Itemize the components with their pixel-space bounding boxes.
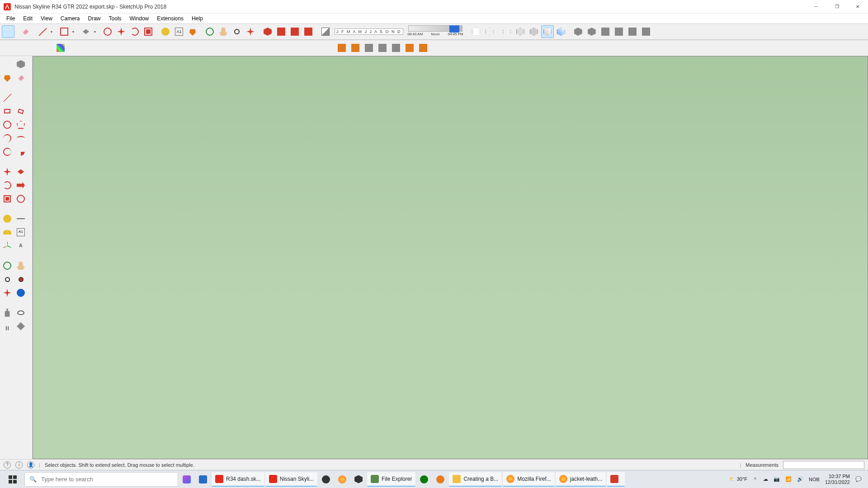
tray-chevron-icon[interactable]: ＾ (753, 476, 758, 483)
task-firefox1[interactable] (335, 472, 350, 487)
sandbox-6[interactable] (403, 42, 416, 54)
task-obs[interactable] (318, 472, 334, 487)
menu-draw[interactable]: Draw (85, 14, 104, 23)
task-jacket[interactable] (607, 472, 625, 487)
style-shaded-tex[interactable] (528, 25, 540, 38)
task-blender[interactable] (433, 472, 448, 487)
menu-file[interactable]: File (3, 14, 19, 23)
tray-clock[interactable]: 10:37 PM 12/31/2022 (825, 474, 850, 485)
lt-arc[interactable] (1, 132, 14, 145)
front-view[interactable] (288, 25, 301, 38)
task-screenshot[interactable]: File Explorer (367, 472, 415, 487)
lt-pushpull[interactable] (14, 165, 27, 178)
lt-zoomwindow[interactable] (14, 273, 27, 286)
section-display[interactable] (585, 25, 598, 38)
lt-line[interactable] (1, 91, 14, 104)
lt-section[interactable] (14, 320, 27, 333)
menu-camera[interactable]: Camera (57, 14, 84, 23)
task-r34dash[interactable]: R34 dash.sk... (212, 472, 264, 487)
sandbox-3[interactable] (363, 42, 375, 54)
minimize-button[interactable]: ─ (806, 0, 826, 14)
pushpull-dropdown[interactable]: ▼ (93, 30, 97, 33)
move-tool[interactable] (115, 25, 127, 38)
close-button[interactable]: ✕ (847, 0, 868, 14)
menu-window[interactable]: Window (126, 14, 153, 23)
pan-tool[interactable] (217, 25, 230, 38)
style-shaded[interactable] (514, 25, 527, 38)
style-wire[interactable] (483, 25, 496, 38)
lt-3parc[interactable] (1, 145, 14, 158)
lt-pan[interactable] (14, 259, 27, 272)
info-icon[interactable]: i (15, 461, 23, 469)
task-mozilla[interactable]: jacket-leath... (556, 472, 606, 487)
materials-button[interactable] (54, 42, 67, 54)
store-button[interactable] (195, 472, 211, 487)
task-creating[interactable]: Mozilla Firef... (503, 472, 555, 487)
lt-2parc[interactable] (14, 132, 27, 145)
lt-rect[interactable] (1, 105, 14, 117)
lt-eraser[interactable] (14, 71, 27, 84)
help-icon[interactable]: ? (4, 461, 11, 469)
zoom-tool[interactable] (231, 25, 243, 38)
task-hex[interactable] (351, 472, 366, 487)
style-color[interactable] (555, 25, 567, 38)
lt-walk[interactable] (1, 320, 14, 333)
lt-orbit[interactable] (1, 259, 14, 272)
lt-lookaround[interactable] (14, 306, 27, 319)
menu-tools[interactable]: Tools (105, 14, 125, 23)
lt-component[interactable] (14, 58, 27, 70)
start-button[interactable] (2, 470, 24, 488)
select-tool[interactable] (2, 25, 14, 38)
maximize-button[interactable]: ❐ (826, 0, 847, 14)
tray-volume-icon[interactable]: 🔊 (797, 476, 803, 482)
top-view[interactable] (275, 25, 288, 38)
lt-axes[interactable] (1, 239, 14, 252)
lt-tape[interactable] (1, 212, 14, 225)
sandbox-1[interactable] (335, 42, 348, 54)
taskview-button[interactable] (179, 472, 194, 487)
style-mono[interactable] (541, 25, 554, 38)
pushpull-tool[interactable] (80, 25, 92, 38)
rect-dropdown[interactable]: ▼ (71, 30, 75, 33)
line-tool[interactable] (36, 25, 49, 38)
scale-tool[interactable] (142, 25, 155, 38)
lt-3dtext[interactable]: A (14, 239, 27, 252)
orbit-tool[interactable] (203, 25, 216, 38)
text-tool[interactable]: A1 (173, 25, 185, 38)
task-xbox[interactable] (416, 472, 432, 487)
task-explorer[interactable]: Creating a B... (449, 472, 502, 487)
rotate-tool[interactable] (128, 25, 141, 38)
lt-zoomextents[interactable] (1, 286, 14, 299)
menu-view[interactable]: View (37, 14, 56, 23)
month-slider[interactable]: J F M A M J J A S O N D (333, 25, 405, 38)
tray-meetnow-icon[interactable]: 📷 (774, 476, 780, 482)
task-nissanskyline[interactable]: Nissan Skyli... (265, 472, 317, 487)
lt-text[interactable]: A1 (14, 226, 27, 239)
weather-widget[interactable]: ⛅ 30°F (729, 476, 747, 482)
lt-rotate[interactable] (1, 179, 14, 192)
offset-tool[interactable] (101, 25, 114, 38)
lt-scale[interactable] (1, 192, 14, 205)
menu-help[interactable]: Help (188, 14, 207, 23)
sandbox-2[interactable] (349, 42, 362, 54)
lt-zoom[interactable] (1, 273, 14, 286)
lt-circle[interactable] (1, 118, 14, 131)
sandbox-7[interactable] (417, 42, 429, 54)
style-hidden[interactable] (500, 25, 513, 38)
select-cursor-button[interactable] (68, 42, 80, 54)
lt-position-camera[interactable] (1, 306, 14, 319)
right-view[interactable] (302, 25, 315, 38)
rectangle-tool[interactable] (58, 25, 71, 38)
iso-view[interactable] (261, 25, 274, 38)
lt-select[interactable] (1, 58, 14, 70)
lt-paint[interactable] (1, 71, 14, 84)
tray-wifi-icon[interactable]: 📶 (785, 476, 792, 482)
style-xray[interactable] (470, 25, 482, 38)
lt-followme[interactable] (14, 179, 27, 192)
menu-edit[interactable]: Edit (19, 14, 36, 23)
section-4[interactable] (626, 25, 639, 38)
section-plane[interactable] (572, 25, 585, 38)
lt-freehand[interactable] (14, 91, 27, 104)
tray-onedrive-icon[interactable]: ☁ (763, 476, 768, 482)
lt-protractor[interactable] (1, 226, 14, 239)
